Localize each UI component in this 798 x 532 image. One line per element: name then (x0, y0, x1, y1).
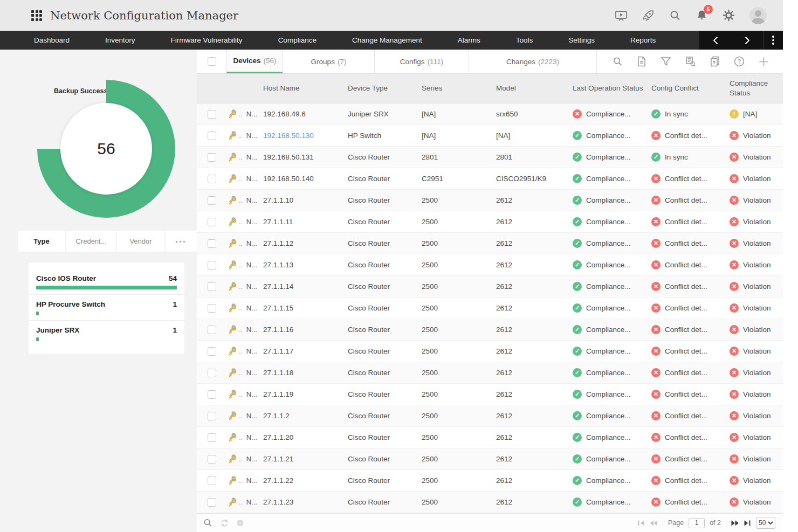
column-header-config-conflict[interactable]: Config Conflict (651, 84, 730, 93)
user-avatar[interactable] (749, 7, 767, 24)
table-row[interactable]: ..N... 27.1.1.18 Cisco Router 2500 2612 … (197, 362, 783, 384)
table-row[interactable]: ..N... 27.1.1.21 Cisco Router 2500 2612 … (197, 448, 783, 470)
nav-scroll-right-icon[interactable] (731, 31, 763, 50)
host-name[interactable]: 27.1.1.17 (263, 347, 348, 355)
row-checkbox[interactable] (208, 433, 216, 442)
column-header-device-type[interactable]: Device Type (348, 84, 422, 93)
sidebar-tab-vendor[interactable]: Vendor (117, 231, 164, 252)
nav-item-reports[interactable]: Reports (613, 31, 673, 50)
table-row[interactable]: ..N... 27.1.1.12 Cisco Router 2500 2612 … (197, 233, 783, 254)
nav-item-dashboard[interactable]: Dashboard (16, 31, 87, 50)
row-checkbox[interactable] (208, 326, 216, 334)
host-name[interactable]: 192.168.50.140 (263, 175, 348, 183)
column-header-series[interactable]: Series (422, 84, 496, 93)
row-checkbox[interactable] (208, 347, 216, 356)
tab-configs[interactable]: Configs (111) (374, 50, 469, 73)
nav-overflow-kebab-icon[interactable] (763, 31, 783, 50)
device-type-item[interactable]: Juniper SRX1 (29, 321, 184, 346)
add-icon[interactable] (758, 56, 769, 67)
row-checkbox[interactable] (208, 412, 216, 420)
column-header-host-name[interactable]: Host Name (263, 84, 348, 93)
tab-devices[interactable]: Devices (56) (226, 50, 283, 73)
nav-item-inventory[interactable]: Inventory (87, 31, 153, 50)
bell-icon[interactable]: 5 (696, 9, 708, 22)
row-checkbox[interactable] (208, 132, 216, 140)
footer-square-icon[interactable] (237, 520, 244, 527)
table-row[interactable]: ..N... 192.168.50.130 HP Switch [NA] [NA… (197, 125, 783, 147)
row-checkbox[interactable] (208, 196, 216, 205)
tab-groups[interactable]: Groups (7) (283, 50, 374, 73)
row-checkbox[interactable] (208, 369, 216, 377)
table-row[interactable]: ..N... 27.1.1.14 Cisco Router 2500 2612 … (197, 276, 783, 298)
help-icon[interactable]: ? (734, 56, 745, 67)
row-checkbox[interactable] (208, 282, 216, 291)
host-name[interactable]: 192.168.50.131 (263, 153, 348, 161)
pager-prev-icon[interactable] (650, 520, 658, 526)
host-name[interactable]: 27.1.1.14 (263, 282, 348, 291)
column-header-compliance-status[interactable]: Compliance Status (730, 79, 783, 98)
table-row[interactable]: ..N... 27.1.1.11 Cisco Router 2500 2612 … (197, 211, 783, 233)
footer-search-icon[interactable] (203, 519, 212, 528)
filter-icon[interactable] (661, 56, 671, 67)
host-name[interactable]: 27.1.1.16 (263, 326, 348, 334)
select-all-checkbox[interactable] (208, 57, 216, 66)
host-name[interactable]: 192.168.49.6 (263, 110, 348, 118)
row-checkbox[interactable] (208, 175, 216, 183)
sidebar-tab-credent[interactable]: Credent... (66, 231, 116, 252)
config-search-icon[interactable] (685, 56, 696, 67)
table-row[interactable]: ..N... 27.1.1.13 Cisco Router 2500 2612 … (197, 254, 783, 276)
search-icon[interactable] (669, 10, 681, 22)
row-checkbox[interactable] (208, 476, 216, 485)
nav-item-change-management[interactable]: Change Management (334, 31, 440, 50)
table-row[interactable]: ..N... 192.168.49.6 Juniper SRX [NA] srx… (197, 103, 783, 125)
host-name[interactable]: 27.1.1.21 (263, 455, 348, 463)
row-checkbox[interactable] (208, 218, 216, 226)
table-row[interactable]: ..N... 27.1.1.16 Cisco Router 2500 2612 … (197, 319, 783, 341)
host-name[interactable]: 192.168.50.130 (263, 132, 348, 140)
host-name[interactable]: 27.1.1.20 (263, 433, 348, 441)
host-name[interactable]: 27.1.1.18 (263, 369, 348, 377)
nav-item-alarms[interactable]: Alarms (440, 31, 498, 50)
table-row[interactable]: ..N... 27.1.1.19 Cisco Router 2500 2612 … (197, 384, 783, 405)
host-name[interactable]: 27.1.1.10 (263, 196, 348, 204)
row-checkbox[interactable] (208, 304, 216, 313)
sidebar-tab-type[interactable]: Type (18, 231, 65, 252)
page-size-select[interactable]: 50 (756, 517, 775, 529)
footer-refresh-icon[interactable] (221, 519, 229, 527)
row-checkbox[interactable] (208, 110, 216, 119)
table-row[interactable]: ..N... 192.168.50.140 Cisco Router C2951… (197, 168, 783, 190)
host-name[interactable]: 27.1.1.12 (263, 239, 348, 247)
nav-item-settings[interactable]: Settings (551, 31, 613, 50)
row-checkbox[interactable] (208, 455, 216, 464)
export-configs-icon[interactable] (710, 56, 720, 67)
rocket-icon[interactable] (642, 9, 655, 22)
table-row[interactable]: ..N... 27.1.1.2 Cisco Router 2500 2612 ✓… (197, 405, 783, 427)
column-header-model[interactable]: Model (496, 84, 573, 93)
table-row[interactable]: ..N... 27.1.1.23 Cisco Router 2500 2612 … (197, 492, 783, 513)
table-row[interactable]: ..N... 27.1.1.17 Cisco Router 2500 2612 … (197, 341, 783, 362)
table-row[interactable]: ..N... 27.1.1.15 Cisco Router 2500 2612 … (197, 298, 783, 319)
row-checkbox[interactable] (208, 153, 216, 162)
nav-item-firmware-vulnerability[interactable]: Firmware Vulnerability (153, 31, 260, 50)
tab-changes[interactable]: Changes (2223) (469, 50, 597, 73)
table-row[interactable]: ..N... 192.168.50.131 Cisco Router 2801 … (197, 147, 783, 168)
host-name[interactable]: 27.1.1.2 (263, 412, 348, 420)
page-number-input[interactable] (689, 518, 705, 528)
pdf-export-icon[interactable] (636, 56, 647, 67)
column-header-last-operation-status[interactable]: Last Operation Status (573, 84, 651, 93)
nav-scroll-left-icon[interactable] (699, 31, 731, 50)
device-type-item[interactable]: HP Procurve Switch1 (29, 295, 184, 321)
host-name[interactable]: 27.1.1.11 (263, 218, 348, 226)
row-checkbox[interactable] (208, 261, 216, 270)
pager-first-icon[interactable] (638, 520, 645, 526)
nav-item-compliance[interactable]: Compliance (260, 31, 334, 50)
presentation-icon[interactable] (615, 9, 628, 22)
host-name[interactable]: 27.1.1.22 (263, 476, 348, 485)
table-row[interactable]: ..N... 27.1.1.10 Cisco Router 2500 2612 … (197, 190, 783, 211)
row-checkbox[interactable] (208, 390, 216, 399)
row-checkbox[interactable] (208, 239, 216, 248)
host-name[interactable]: 27.1.1.23 (263, 498, 348, 506)
backup-donut-chart[interactable]: 56 (37, 80, 175, 218)
pager-next-icon[interactable] (731, 520, 739, 526)
row-checkbox[interactable] (208, 498, 216, 507)
